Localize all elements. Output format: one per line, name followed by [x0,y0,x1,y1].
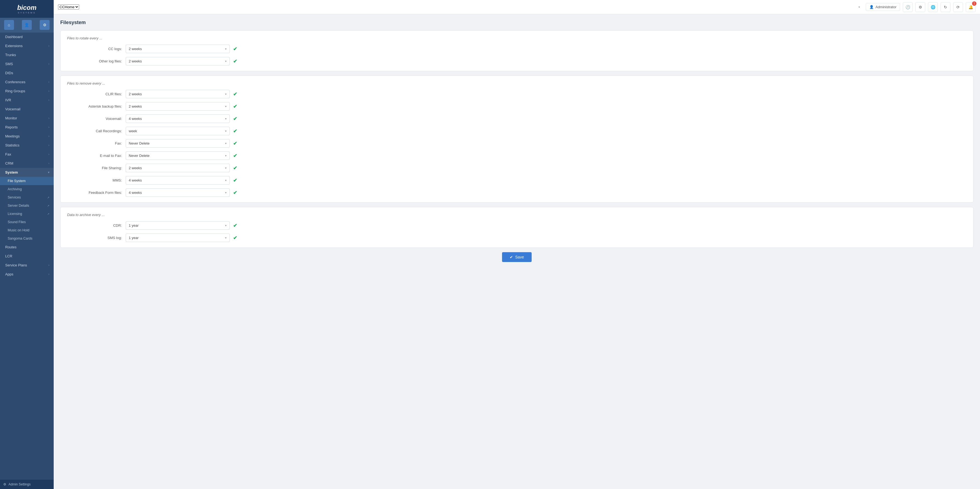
sidebar-item-fax[interactable]: Fax› [0,150,54,159]
sidebar-sub-sound-files[interactable]: Sound Files [0,218,54,226]
logo-name: bicom [17,4,37,11]
sidebar-sub-server-details[interactable]: Server Details↗ [0,202,54,210]
sms-log-select-wrap: week 2 weeks 4 weeks 3 months 6 months 1… [126,233,230,242]
voicemail-label: Voicemail: [67,117,122,121]
other-log-files-check: ✔ [233,58,237,64]
mms-select[interactable]: week 2 weeks 4 weeks 3 months 6 months 1… [126,176,230,184]
cc-logs-label: CC logs: [67,47,122,51]
voicemail-select[interactable]: week 2 weeks 4 weeks 3 months 6 months 1… [126,114,230,123]
admin-button[interactable]: 👤 Administrator [866,3,900,11]
globe-settings-button[interactable]: ⚙ [915,2,925,12]
sidebar-sub-services[interactable]: Services↗ [0,193,54,202]
call-recordings-select-wrap: week 2 weeks 4 weeks 3 months 6 months 1… [126,127,230,135]
voicemail-check: ✔ [233,116,237,122]
voicemail-row: Voicemail: week 2 weeks 4 weeks 3 months… [67,114,967,123]
save-checkmark-icon: ✔ [510,255,513,259]
asterisk-backup-select-wrap: week 2 weeks 4 weeks 3 months 6 months 1… [126,102,230,111]
feedback-form-select[interactable]: week 2 weeks 4 weeks 3 months 6 months 1… [126,188,230,197]
refresh-button[interactable]: ↻ [940,2,950,12]
email-to-fax-select-wrap: week 2 weeks 4 weeks 3 months 6 months 1… [126,151,230,160]
tenant-select[interactable]: CCHome [58,5,79,10]
fax-select[interactable]: week 2 weeks 4 weeks 3 months 6 months 1… [126,139,230,148]
user-icon[interactable]: 👤 [22,20,32,30]
sms-log-label: SMS log: [67,236,122,240]
globe-button[interactable]: 🌐 [928,2,938,12]
email-to-fax-row: E-mail to Fax: week 2 weeks 4 weeks 3 mo… [67,151,967,160]
sidebar-sub-licensing[interactable]: Licensing↗ [0,210,54,218]
fax-select-wrap: week 2 weeks 4 weeks 3 months 6 months 1… [126,139,230,148]
sidebar-item-monitor[interactable]: Monitor› [0,114,54,123]
sidebar-item-extensions[interactable]: Extensions› [0,41,54,50]
remove-card: Files to remove every ... CLIR files: we… [60,76,974,203]
topbar: CCHome 👤 Administrator 🕐 ⚙ 🌐 ↻ ⟳ 🔔 1 [54,0,980,14]
home-icon[interactable]: ⌂ [4,20,14,30]
other-log-files-label: Other log files: [67,59,122,63]
sidebar-item-voicemail[interactable]: Voicemail [0,105,54,114]
file-sharing-select[interactable]: week 2 weeks 4 weeks 3 months 6 months 1… [126,164,230,172]
sidebar-item-service-plans[interactable]: Service Plans› [0,260,54,270]
sidebar-item-statistics[interactable]: Statistics› [0,141,54,150]
asterisk-backup-check: ✔ [233,103,237,110]
sidebar-item-dids[interactable]: DIDs [0,68,54,78]
call-recordings-row: Call Recordings: week 2 weeks 4 weeks 3 … [67,127,967,135]
sidebar-item-lcr[interactable]: LCR [0,252,54,260]
page-title: Filesystem [60,20,974,25]
notification-button[interactable]: 🔔 1 [966,2,975,12]
cc-logs-row: CC logs: week 2 weeks 4 weeks 3 months 6… [67,44,967,53]
sidebar-sub-archiving[interactable]: Archiving [0,185,54,193]
admin-label: Administrator [875,5,896,9]
email-to-fax-select[interactable]: week 2 weeks 4 weeks 3 months 6 months 1… [126,151,230,160]
gear-icon: ⚙ [3,483,6,486]
sms-log-select[interactable]: week 2 weeks 4 weeks 3 months 6 months 1… [126,233,230,242]
sms-log-check: ✔ [233,235,237,241]
sidebar-item-reports[interactable]: Reports› [0,123,54,132]
sidebar-item-ivr[interactable]: IVR› [0,95,54,105]
sync-button[interactable]: ⟳ [953,2,963,12]
sidebar-sub-file-system[interactable]: File System [0,177,54,185]
sidebar-icon-bar: ⌂ 👤 ⚙ [0,18,54,32]
sidebar-item-dashboard[interactable]: Dashboard [0,32,54,41]
mms-select-wrap: week 2 weeks 4 weeks 3 months 6 months 1… [126,176,230,184]
sidebar-item-conferences[interactable]: Conferences› [0,78,54,87]
call-recordings-select[interactable]: week 2 weeks 4 weeks 3 months 6 months 1… [126,127,230,135]
other-log-files-row: Other log files: week 2 weeks 4 weeks 3 … [67,57,967,65]
cdr-select[interactable]: week 2 weeks 4 weeks 3 months 6 months 1… [126,221,230,230]
sidebar-sub-music-on-hold[interactable]: Music on Hold [0,226,54,234]
sidebar-item-sms[interactable]: SMS› [0,59,54,68]
sidebar-logo: bicom SYSTEMS [0,0,54,18]
clir-files-select[interactable]: week 2 weeks 4 weeks 3 months 6 months 1… [126,90,230,98]
asterisk-backup-select[interactable]: week 2 weeks 4 weeks 3 months 6 months 1… [126,102,230,111]
archive-card: Data to archive every ... CDR: week 2 we… [60,207,974,248]
archive-section-label: Data to archive every ... [67,213,967,217]
sidebar-item-trunks[interactable]: Trunks [0,50,54,59]
fax-label: Fax: [67,141,122,145]
sidebar-item-routes[interactable]: Routes [0,243,54,252]
fax-row: Fax: week 2 weeks 4 weeks 3 months 6 mon… [67,139,967,148]
clir-files-row: CLIR files: week 2 weeks 4 weeks 3 month… [67,90,967,98]
admin-settings-label: Admin Settings [8,483,31,486]
save-label: Save [515,255,524,259]
email-to-fax-check: ✔ [233,153,237,159]
email-to-fax-label: E-mail to Fax: [67,154,122,158]
sidebar-sub-sangoma-cards[interactable]: Sangoma Cards [0,234,54,243]
rotate-section-label: Files to rotate every ... [67,36,967,40]
sidebar-item-system[interactable]: System▾ [0,168,54,177]
settings-icon[interactable]: ⚙ [40,20,49,30]
clock-button[interactable]: 🕐 [903,2,913,12]
sidebar-item-apps[interactable]: Apps› [0,270,54,279]
other-log-files-select[interactable]: week 2 weeks 4 weeks 3 months 6 months 1… [126,57,230,65]
cc-logs-check: ✔ [233,46,237,52]
file-sharing-label: File Sharing: [67,166,122,170]
rotate-card: Files to rotate every ... CC logs: week … [60,30,974,71]
clir-files-check: ✔ [233,91,237,97]
sidebar-item-meetings[interactable]: Meetings› [0,132,54,141]
sidebar: bicom SYSTEMS ⌂ 👤 ⚙ Dashboard Extensions… [0,0,54,489]
call-recordings-check: ✔ [233,128,237,134]
fax-check: ✔ [233,140,237,146]
admin-settings-footer[interactable]: ⚙ Admin Settings [0,480,54,489]
sidebar-item-crm[interactable]: CRM› [0,159,54,168]
cdr-select-wrap: week 2 weeks 4 weeks 3 months 6 months 1… [126,221,230,230]
save-button[interactable]: ✔ Save [502,252,531,262]
cc-logs-select[interactable]: week 2 weeks 4 weeks 3 months 6 months 1… [126,44,230,53]
sidebar-item-ring-groups[interactable]: Ring Groups› [0,87,54,95]
